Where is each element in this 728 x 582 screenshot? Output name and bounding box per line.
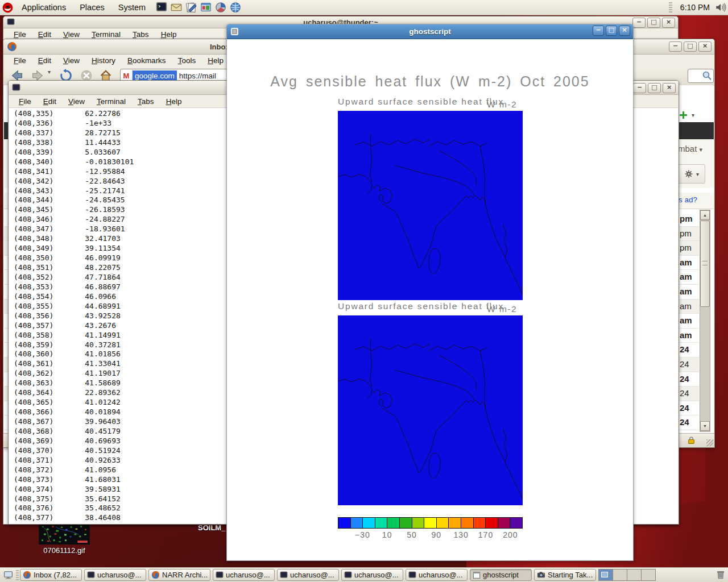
applications-menu[interactable]: Applications bbox=[15, 3, 73, 12]
menu-edit[interactable]: Edit bbox=[43, 97, 56, 106]
menu-tabs[interactable]: Tabs bbox=[138, 97, 154, 106]
desktop-icon-soilm[interactable]: SOILM_ bbox=[198, 523, 225, 532]
maximize-button[interactable]: □ bbox=[647, 18, 660, 28]
menu-edit[interactable]: Edit bbox=[38, 30, 51, 39]
menu-history[interactable]: History bbox=[92, 56, 115, 65]
taskbar-button[interactable]: ghostscript bbox=[470, 569, 532, 581]
taskbar-button[interactable]: ucharuso@... bbox=[341, 569, 403, 581]
colorbar-cell bbox=[510, 518, 522, 528]
colorbar-cell bbox=[399, 518, 412, 528]
menu-file[interactable]: File bbox=[14, 30, 26, 39]
ghostscript-window[interactable]: ghostscript − □ × Avg sensible heat flux… bbox=[226, 24, 634, 561]
colorbar-cell bbox=[412, 518, 424, 528]
scroll-up-button[interactable]: ▲ bbox=[700, 210, 710, 220]
titlebar[interactable]: ghostscript − □ × bbox=[227, 24, 633, 39]
minimize-button[interactable]: − bbox=[669, 41, 682, 52]
minimize-button[interactable]: − bbox=[633, 83, 646, 93]
workspace-1[interactable] bbox=[599, 569, 613, 580]
taskbar-button[interactable]: Starting Tak... bbox=[534, 569, 596, 581]
taskbar-button[interactable]: Inbox (7,82... bbox=[20, 569, 82, 581]
desktop-screen: 07061112.gif SOILM_ ucharuso@thunder:~ −… bbox=[0, 0, 728, 582]
show-desktop-button[interactable] bbox=[1, 569, 15, 581]
system-monitor-launcher-icon[interactable] bbox=[214, 1, 228, 14]
taskbar-button[interactable]: ucharuso@... bbox=[84, 569, 146, 581]
heat-flux-map-bottom bbox=[338, 315, 523, 505]
close-button[interactable]: × bbox=[663, 83, 676, 93]
taskbar-button-label: ucharuso@... bbox=[226, 571, 270, 579]
close-button[interactable]: × bbox=[619, 26, 630, 36]
terminal-icon bbox=[12, 84, 20, 92]
minimize-button[interactable]: − bbox=[593, 26, 604, 36]
plot-unit-label: W m-2 bbox=[487, 304, 517, 314]
menu-help[interactable]: Help bbox=[166, 97, 182, 106]
desktop-icon-label: SOILM_ bbox=[198, 523, 225, 532]
menu-view[interactable]: View bbox=[63, 30, 80, 39]
scroll-down-button[interactable]: ▼ bbox=[700, 421, 710, 431]
menu-file[interactable]: File bbox=[19, 97, 31, 106]
close-button[interactable]: × bbox=[662, 18, 675, 28]
redhat-menu-icon[interactable] bbox=[1, 1, 14, 14]
menu-view[interactable]: View bbox=[63, 56, 80, 65]
menu-help[interactable]: Help bbox=[208, 56, 224, 65]
maximize-button[interactable]: □ bbox=[648, 83, 661, 93]
colorbar-cell bbox=[473, 518, 486, 528]
taskbar-separator bbox=[16, 570, 19, 580]
menu-help[interactable]: Help bbox=[161, 30, 177, 39]
lock-icon bbox=[687, 436, 696, 444]
desktop-icon-label: 07061112.gif bbox=[33, 546, 96, 555]
panel-grip[interactable] bbox=[669, 2, 672, 13]
web-launcher-icon[interactable] bbox=[229, 1, 242, 14]
taskbar-button[interactable]: ucharuso@... bbox=[406, 569, 468, 581]
menu-tabs[interactable]: Tabs bbox=[133, 30, 149, 39]
menu-file[interactable]: File bbox=[14, 56, 26, 65]
resize-grip[interactable] bbox=[706, 439, 713, 446]
clock[interactable]: 6:10 PM bbox=[677, 3, 713, 12]
plot-label: Upward surface sensible heat flux bbox=[338, 97, 504, 107]
taskbar-button[interactable]: ucharuso@... bbox=[277, 569, 339, 581]
taskbar-button[interactable]: ucharuso@... bbox=[213, 569, 275, 581]
plot-title: Avg sensible heat flux (W m-2) Oct 2005 bbox=[227, 73, 633, 90]
workspace-2[interactable] bbox=[613, 569, 627, 580]
colorbar-cell bbox=[387, 518, 399, 528]
volume-icon[interactable] bbox=[714, 1, 727, 14]
menu-terminal[interactable]: Terminal bbox=[97, 97, 126, 106]
minimize-button[interactable]: − bbox=[632, 18, 646, 28]
colorbar-tick-label: 50 bbox=[407, 530, 417, 539]
add-button[interactable]: ▾ bbox=[680, 109, 706, 121]
workspace-3[interactable] bbox=[627, 569, 641, 580]
taskbar-button-label: ucharuso@... bbox=[290, 571, 334, 579]
workspace-4[interactable] bbox=[641, 569, 655, 580]
places-menu[interactable]: Places bbox=[73, 3, 111, 12]
desktop-icon-gif[interactable]: 07061112.gif bbox=[33, 523, 96, 555]
trash-icon[interactable] bbox=[715, 569, 726, 580]
menu-terminal[interactable]: Terminal bbox=[92, 30, 121, 39]
colorbar-cell bbox=[436, 518, 449, 528]
colorbar-tick-label: 200 bbox=[503, 530, 518, 539]
gmail-dropdown-label[interactable]: mbat ▾ bbox=[678, 144, 702, 153]
email-launcher-icon[interactable] bbox=[169, 1, 183, 14]
menu-view[interactable]: View bbox=[68, 97, 85, 106]
terminal-launcher-icon[interactable] bbox=[155, 1, 168, 14]
scrollbar[interactable]: ▲ ▼ bbox=[700, 210, 710, 432]
colorbar-cell bbox=[448, 518, 461, 528]
menu-edit[interactable]: Edit bbox=[38, 56, 51, 65]
taskbar-button[interactable]: NARR Archi... bbox=[148, 569, 210, 581]
ad-link[interactable]: s ad? bbox=[679, 196, 697, 204]
screenshot-launcher-icon[interactable] bbox=[199, 1, 213, 14]
scrollbar-thumb[interactable] bbox=[700, 221, 710, 307]
heat-flux-map-top bbox=[338, 111, 523, 300]
colorbar-cell bbox=[498, 518, 510, 528]
close-button[interactable]: × bbox=[698, 41, 712, 52]
maximize-button[interactable]: □ bbox=[684, 41, 697, 52]
camera-icon bbox=[537, 571, 545, 579]
gif-thumbnail-image bbox=[38, 523, 90, 544]
writer-launcher-icon[interactable] bbox=[184, 1, 198, 14]
menu-tools[interactable]: Tools bbox=[178, 56, 196, 65]
settings-button[interactable]: ▾ bbox=[678, 164, 705, 184]
system-menu[interactable]: System bbox=[111, 3, 152, 12]
search-input[interactable] bbox=[688, 69, 714, 83]
maximize-button[interactable]: □ bbox=[606, 26, 617, 36]
colorbar-cell bbox=[461, 518, 473, 528]
menu-bookmarks[interactable]: Bookmarks bbox=[127, 56, 166, 65]
colorbar bbox=[338, 517, 523, 529]
